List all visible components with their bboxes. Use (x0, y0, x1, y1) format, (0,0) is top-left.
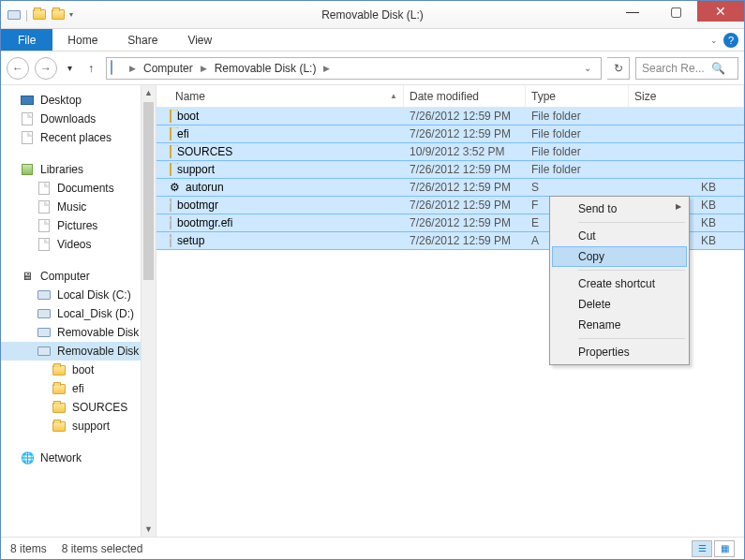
ribbon-expand-icon[interactable]: ⌄ (710, 36, 718, 45)
nav-network[interactable]: 🌐Network (1, 449, 156, 467)
column-name[interactable]: Name▲ (170, 85, 404, 107)
chevron-right-icon[interactable]: ▶ (321, 64, 332, 73)
file-type: File folder (526, 163, 629, 176)
file-date: 7/26/2012 12:59 PM (404, 199, 526, 212)
nav-item[interactable]: support (1, 417, 156, 435)
file-name: efi (177, 127, 189, 140)
refresh-button[interactable]: ↻ (607, 57, 630, 80)
nav-item[interactable]: Local Disk (C:) (1, 286, 156, 304)
file-row[interactable]: ⚙autorun7/26/2012 12:59 PMSKB (156, 178, 744, 197)
history-dropdown-icon[interactable]: ▾ (63, 57, 76, 80)
close-button[interactable]: ✕ (697, 1, 744, 22)
file-date: 7/26/2012 12:59 PM (404, 234, 526, 247)
tab-share[interactable]: Share (112, 29, 172, 51)
menu-separator (578, 222, 685, 223)
nav-item[interactable]: boot (1, 361, 156, 379)
file-date: 7/26/2012 12:59 PM (404, 127, 526, 140)
nav-item[interactable]: Removable Disk ( (1, 342, 156, 361)
menu-item-create-shortcut[interactable]: Create shortcut (552, 273, 687, 294)
crumb-computer[interactable]: Computer (140, 62, 197, 75)
menu-separator (578, 338, 685, 339)
nav-item[interactable]: Removable Disk ( (1, 323, 156, 342)
nav-libraries[interactable]: Libraries (1, 160, 156, 179)
folder-icon (52, 419, 67, 434)
file-name: SOURCES (177, 145, 232, 158)
folder-icon (52, 362, 67, 377)
menu-separator (578, 270, 685, 271)
navpane-scrollbar[interactable]: ▲ ▼ (141, 85, 156, 537)
nav-item[interactable]: efi (1, 379, 156, 398)
menu-item-properties[interactable]: Properties (552, 342, 687, 362)
view-details-button[interactable]: ☰ (692, 540, 712, 557)
file-date: 10/9/2012 3:52 PM (404, 145, 526, 158)
nav-item[interactable]: Local_Disk (D:) (1, 304, 156, 323)
nav-item[interactable]: SOURCES (1, 398, 156, 417)
navigation-pane: DesktopDownloadsRecent places Libraries … (1, 85, 156, 537)
file-name: bootmgr.efi (177, 216, 232, 229)
music-icon (37, 199, 52, 214)
help-icon[interactable]: ? (723, 33, 738, 48)
file-tab[interactable]: File (1, 29, 52, 51)
nav-item-label: efi (72, 382, 84, 395)
sort-asc-icon: ▲ (390, 92, 397, 100)
videos-icon (37, 237, 52, 252)
nav-item[interactable]: Videos (1, 235, 156, 254)
crumb-current[interactable]: Removable Disk (L:) (211, 62, 320, 75)
menu-item-cut[interactable]: Cut (552, 226, 687, 246)
breadcrumb[interactable]: ▶ Computer ▶ Removable Disk (L:) ▶ ⌄ (106, 57, 602, 80)
up-button[interactable]: ↑ (82, 62, 100, 75)
nav-computer[interactable]: 🖥Computer (1, 267, 156, 286)
scroll-up-icon[interactable]: ▲ (142, 85, 156, 100)
scroll-down-icon[interactable]: ▼ (142, 522, 156, 537)
tab-view[interactable]: View (172, 29, 227, 51)
nav-item-label: Music (57, 200, 86, 214)
nav-item[interactable]: Music (1, 198, 156, 216)
forward-button[interactable]: → (35, 57, 57, 80)
menu-item-delete[interactable]: Delete (552, 294, 687, 315)
file-row[interactable]: support7/26/2012 12:59 PMFile folder (156, 160, 744, 179)
nav-item[interactable]: Recent places (1, 128, 156, 147)
chevron-right-icon[interactable]: ▶ (127, 64, 138, 73)
drive-icon (37, 325, 52, 340)
folder-icon (52, 400, 67, 415)
folder-icon (20, 111, 35, 126)
computer-icon: 🖥 (20, 269, 35, 284)
maximize-button[interactable]: ▢ (654, 1, 697, 22)
search-icon[interactable]: 🔍 (711, 62, 725, 75)
folder-icon (170, 163, 171, 176)
properties-icon[interactable] (51, 7, 66, 22)
menu-item-copy[interactable]: Copy (552, 246, 687, 267)
folder-icon (170, 127, 171, 140)
view-icons-button[interactable]: ▦ (714, 540, 735, 557)
recent-icon (20, 130, 35, 145)
column-size[interactable]: Size (629, 85, 744, 107)
tab-home[interactable]: Home (52, 29, 112, 51)
nav-item[interactable]: Pictures (1, 216, 156, 235)
nav-item[interactable]: Desktop (1, 91, 156, 110)
file-type: File folder (526, 127, 629, 140)
address-dropdown-icon[interactable]: ⌄ (578, 63, 597, 73)
column-type[interactable]: Type (526, 85, 629, 107)
column-date[interactable]: Date modified (404, 85, 526, 107)
menu-item-rename[interactable]: Rename (552, 315, 687, 335)
nav-item[interactable]: Downloads (1, 110, 156, 128)
nav-item-label: support (72, 420, 110, 433)
menu-item-send-to[interactable]: Send to (552, 199, 687, 219)
drive-icon (37, 344, 52, 359)
new-folder-icon[interactable] (32, 7, 47, 22)
file-date: 7/26/2012 12:59 PM (404, 181, 526, 194)
scroll-thumb[interactable] (143, 102, 154, 280)
file-row[interactable]: SOURCES10/9/2012 3:52 PMFile folder (156, 142, 744, 161)
file-row[interactable]: efi7/26/2012 12:59 PMFile folder (156, 125, 744, 143)
chevron-right-icon[interactable]: ▶ (199, 64, 209, 73)
qat-dropdown-icon[interactable]: ▾ (69, 10, 73, 19)
nav-item[interactable]: Documents (1, 179, 156, 198)
file-name: setup (177, 234, 204, 247)
search-input[interactable] (642, 62, 708, 75)
nav-item-label: Videos (57, 238, 91, 251)
file-row[interactable]: boot7/26/2012 12:59 PMFile folder (156, 108, 744, 125)
ribbon-tabs: File Home Share View ⌄ ? (1, 29, 744, 52)
minimize-button[interactable]: — (611, 1, 654, 22)
search-box[interactable]: 🔍 (635, 57, 738, 80)
back-button[interactable]: ← (7, 57, 29, 80)
